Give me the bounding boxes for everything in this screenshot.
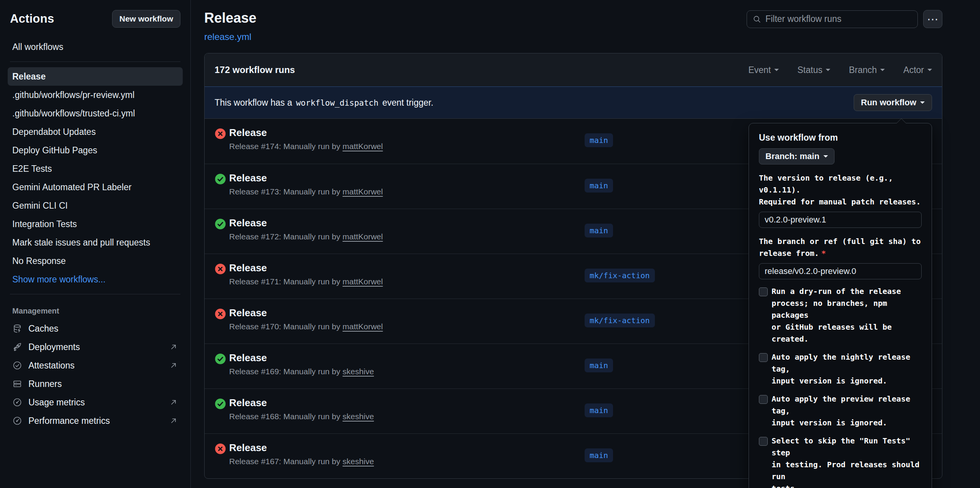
status-failure-icon (215, 308, 226, 320)
sidebar-item-gemini-pr-labeler[interactable]: Gemini Automated PR Labeler (8, 178, 183, 196)
dry-run-checkbox-field[interactable]: Run a dry-run of the release process; no… (759, 285, 922, 345)
branch-label[interactable]: mk/fix-action (585, 314, 655, 327)
run-workflow-dropdown-button[interactable]: Run workflow (854, 94, 932, 111)
run-title-link[interactable]: Release (229, 126, 267, 139)
branch-label[interactable]: main (585, 359, 613, 372)
version-input-label: The version to release (e.g., v0.1.11). … (759, 172, 922, 208)
status-failure-icon (215, 128, 226, 139)
checkbox[interactable] (759, 287, 768, 296)
cache-icon (12, 324, 22, 334)
sidebar-item-mark-stale[interactable]: Mark stale issues and pull requests (8, 233, 183, 252)
sidebar-title: Actions (10, 12, 54, 26)
verified-badge-icon (12, 360, 22, 370)
actor-filter-dropdown[interactable]: Actor (903, 65, 932, 75)
run-description: Release #169: Manually run by skeshive (229, 367, 374, 376)
chevron-down-icon (826, 69, 830, 73)
sidebar-item-label: Runners (28, 379, 178, 389)
sidebar-item-pr-review[interactable]: .github/workflows/pr-review.yml (8, 86, 183, 104)
sidebar-item-deployments[interactable]: Deployments (8, 338, 183, 356)
run-description: Release #167: Manually run by skeshive (229, 457, 374, 466)
chevron-down-icon (927, 69, 932, 73)
run-workflow-dialog: Use workflow from Branch: main The versi… (749, 123, 932, 488)
workflow-file-link[interactable]: release.yml (204, 32, 251, 42)
actor-link[interactable]: skeshive (342, 367, 374, 376)
checkbox[interactable] (759, 353, 768, 362)
meter-icon (12, 397, 22, 407)
branch-filter-dropdown[interactable]: Branch (849, 65, 885, 75)
branch-label[interactable]: main (585, 224, 613, 237)
external-link-icon (169, 361, 178, 370)
actor-link[interactable]: mattKorwel (342, 277, 383, 286)
runs-count: 172 workflow runs (215, 65, 295, 75)
sidebar-item-label: Usage metrics (28, 397, 163, 408)
show-more-workflows-link[interactable]: Show more workflows... (8, 270, 183, 289)
nightly-tag-checkbox-field[interactable]: Auto apply the nightly release tag, inpu… (759, 351, 922, 387)
run-title-link[interactable]: Release (229, 307, 267, 319)
branch-label[interactable]: main (585, 179, 613, 193)
run-title-link[interactable]: Release (229, 172, 267, 184)
sidebar-item-attestations[interactable]: Attestations (8, 356, 183, 375)
sidebar-item-deploy-github-pages[interactable]: Deploy GitHub Pages (8, 141, 183, 159)
sidebar-item-integration-tests[interactable]: Integration Tests (8, 215, 183, 233)
status-failure-icon (215, 443, 226, 455)
run-title-link[interactable]: Release (229, 352, 267, 364)
actor-link[interactable]: skeshive (342, 457, 374, 466)
run-description: Release #168: Manually run by skeshive (229, 412, 374, 421)
sidebar-item-caches[interactable]: Caches (8, 319, 183, 338)
meter-icon (12, 416, 22, 426)
external-link-icon (169, 342, 178, 352)
actor-link[interactable]: mattKorwel (342, 187, 383, 196)
branch-select-button[interactable]: Branch: main (759, 148, 835, 164)
sidebar-item-gemini-cli-ci[interactable]: Gemini CLI CI (8, 196, 183, 215)
actor-link[interactable]: mattKorwel (342, 322, 383, 331)
sidebar-item-dependabot-updates[interactable]: Dependabot Updates (8, 123, 183, 141)
branch-label[interactable]: main (585, 403, 613, 417)
external-link-icon (169, 416, 178, 425)
actor-link[interactable]: skeshive (342, 412, 374, 421)
actor-link[interactable]: mattKorwel (342, 142, 383, 151)
status-filter-dropdown[interactable]: Status (797, 65, 830, 75)
sidebar-item-label: Attestations (28, 360, 163, 371)
rocket-icon (12, 342, 22, 352)
actor-link[interactable]: mattKorwel (342, 232, 383, 241)
skip-tests-checkbox-field[interactable]: Select to skip the "Run Tests" step in t… (759, 435, 922, 488)
version-input[interactable] (759, 212, 922, 228)
code-text: workflow_dispatch (296, 98, 378, 108)
sidebar-item-usage-metrics[interactable]: Usage metrics (8, 393, 183, 412)
search-icon (752, 14, 762, 24)
sidebar-item-e2e-tests[interactable]: E2E Tests (8, 159, 183, 178)
filter-runs-search[interactable] (747, 10, 918, 28)
run-title-link[interactable]: Release (229, 442, 267, 454)
chevron-down-icon (774, 69, 779, 73)
checkbox[interactable] (759, 395, 768, 404)
chevron-down-icon (880, 69, 885, 73)
sidebar-item-label: Performance metrics (28, 416, 163, 426)
branch-label[interactable]: main (585, 448, 613, 462)
sidebar-item-release[interactable]: Release (8, 67, 183, 86)
sidebar-item-label: Deployments (28, 342, 163, 352)
ref-input[interactable] (759, 263, 922, 279)
branch-label[interactable]: main (585, 133, 613, 147)
sidebar-divider (10, 294, 180, 294)
status-success-icon (215, 398, 226, 410)
run-title-link[interactable]: Release (229, 397, 267, 409)
sidebar-item-runners[interactable]: Runners (8, 375, 183, 393)
sidebar-item-performance-metrics[interactable]: Performance metrics (8, 412, 183, 430)
new-workflow-button[interactable]: New workflow (112, 10, 180, 28)
run-description: Release #174: Manually run by mattKorwel (229, 142, 383, 151)
sidebar-item-all-workflows[interactable]: All workflows (8, 38, 183, 56)
preview-tag-checkbox-field[interactable]: Auto apply the preview release tag, inpu… (759, 393, 922, 429)
checkbox[interactable] (759, 437, 768, 446)
sidebar-item-trusted-ci[interactable]: .github/workflows/trusted-ci.yml (8, 104, 183, 123)
status-success-icon (215, 353, 226, 365)
chevron-down-icon (823, 155, 828, 160)
branch-label[interactable]: mk/fix-action (585, 269, 655, 282)
external-link-icon (169, 398, 178, 407)
page-options-icon[interactable]: ⋯ (923, 10, 942, 28)
search-input[interactable] (765, 14, 912, 24)
dialog-heading: Use workflow from (759, 133, 922, 143)
sidebar-item-no-response[interactable]: No Response (8, 252, 183, 270)
run-title-link[interactable]: Release (229, 262, 267, 274)
run-title-link[interactable]: Release (229, 217, 267, 229)
event-filter-dropdown[interactable]: Event (748, 65, 779, 75)
